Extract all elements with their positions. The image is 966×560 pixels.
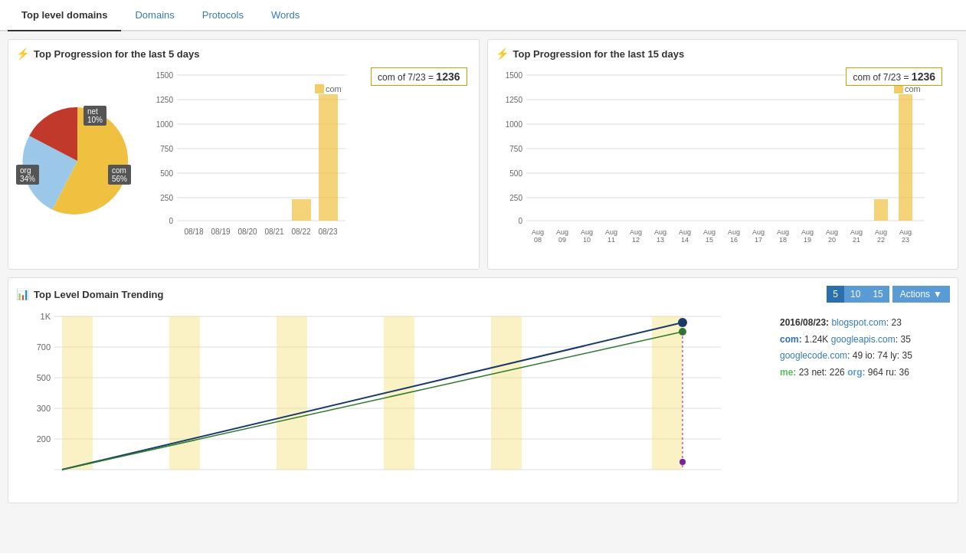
svg-text:1000: 1000	[505, 120, 522, 129]
svg-text:700: 700	[37, 342, 51, 352]
svg-text:500: 500	[509, 169, 522, 178]
tab-domains[interactable]: Domains	[121, 0, 188, 31]
svg-text:Aug: Aug	[702, 228, 715, 236]
bar-chart-5days: com of 7/23 = 1236 1500 1	[146, 67, 471, 254]
svg-text:08/18: 08/18	[184, 228, 203, 236]
svg-text:Aug: Aug	[653, 228, 666, 236]
legend-googlecode-val: 49	[853, 350, 863, 361]
svg-text:Aug: Aug	[776, 228, 788, 236]
svg-text:22: 22	[876, 236, 884, 244]
svg-text:Aug: Aug	[899, 228, 911, 236]
svg-text:09: 09	[558, 236, 565, 244]
legend-date: 2016/08/23:	[780, 317, 829, 328]
svg-text:16: 16	[729, 236, 737, 244]
svg-text:300: 300	[37, 404, 51, 413]
svg-line-113	[62, 332, 683, 470]
tooltip-value-15days: 1236	[912, 70, 935, 83]
svg-text:17: 17	[754, 236, 761, 244]
legend-blogspot-val: 23	[891, 317, 901, 328]
legend-io-val: 74	[877, 350, 887, 361]
svg-text:250: 250	[509, 194, 522, 202]
svg-text:250: 250	[160, 194, 173, 202]
svg-rect-26	[315, 84, 324, 93]
caret-down-icon: ▼	[933, 289, 942, 300]
svg-text:08: 08	[533, 236, 541, 244]
tab-protocols[interactable]: Protocols	[188, 0, 257, 31]
svg-text:1250: 1250	[156, 96, 174, 104]
legend-ly-label: ly:	[890, 350, 902, 361]
svg-text:1250: 1250	[505, 96, 522, 104]
svg-rect-104	[169, 316, 200, 470]
pie-label-org: org34%	[16, 165, 39, 185]
svg-text:15: 15	[705, 236, 712, 244]
svg-text:18: 18	[778, 236, 786, 244]
btn-10-days[interactable]: 10	[844, 286, 866, 303]
svg-text:14: 14	[680, 236, 688, 244]
trending-chart-area: 1K 700 500 300 200	[16, 309, 950, 495]
svg-rect-105	[277, 316, 307, 470]
svg-text:Aug: Aug	[874, 228, 886, 236]
svg-text:Aug: Aug	[580, 228, 592, 236]
tooltip-5days: com of 7/23 = 1236	[371, 67, 467, 86]
svg-text:0: 0	[518, 217, 522, 225]
svg-text:19: 19	[803, 236, 810, 244]
tooltip-label-15days: com of 7/23 =	[853, 72, 909, 83]
tooltip-value-5days: 1236	[436, 70, 460, 83]
btn-15-days[interactable]: 15	[866, 286, 889, 303]
svg-rect-19	[319, 94, 338, 221]
svg-text:Aug: Aug	[531, 228, 543, 236]
svg-text:08/20: 08/20	[237, 228, 257, 236]
top-panels-row: ⚡ Top Progression for the last 5 days	[8, 39, 958, 270]
svg-text:12: 12	[631, 236, 639, 244]
actions-button[interactable]: Actions ▼	[892, 286, 950, 303]
svg-text:0: 0	[169, 217, 173, 225]
legend-io-label: io:	[865, 350, 877, 361]
svg-text:20: 20	[827, 236, 835, 244]
bar-chart-15days: com of 7/23 = 1236 1500 1250 1000	[496, 67, 951, 261]
tab-top-level-domains[interactable]: Top level domains	[8, 0, 121, 31]
main-content: ⚡ Top Progression for the last 5 days	[0, 31, 966, 553]
svg-text:com: com	[326, 84, 342, 93]
panel-15-days-title: ⚡ Top Progression for the last 15 days	[496, 47, 951, 60]
svg-rect-103	[62, 316, 93, 470]
trending-legend: 2016/08/23: blogspot.com: 23 com: 1.24K …	[774, 309, 950, 495]
svg-text:08/19: 08/19	[211, 228, 230, 236]
legend-ru-val: 36	[899, 367, 909, 378]
legend-googleapis: googleapis.com	[831, 334, 896, 345]
svg-text:750: 750	[160, 145, 173, 153]
tab-words[interactable]: Words	[257, 0, 313, 31]
days-btn-group: 5 10 15	[827, 286, 889, 303]
svg-text:Aug: Aug	[825, 228, 837, 236]
svg-rect-56	[874, 199, 888, 221]
pie-label-com: com56%	[108, 165, 131, 185]
pie-label-net: net10%	[84, 106, 106, 126]
legend-org-label: org:	[847, 367, 868, 378]
svg-line-112	[62, 323, 683, 470]
svg-text:500: 500	[37, 373, 51, 382]
legend-me-label: me:	[780, 367, 796, 378]
legend-com-val: 1.24K	[804, 334, 828, 345]
svg-text:11: 11	[607, 236, 614, 244]
svg-text:1500: 1500	[156, 71, 174, 80]
svg-text:1500: 1500	[505, 71, 522, 80]
svg-text:Aug: Aug	[752, 228, 764, 236]
chart-area-left: net10% org34% com56% com of 7/23 = 1236	[16, 67, 471, 254]
svg-text:1000: 1000	[156, 120, 174, 129]
svg-text:Aug: Aug	[678, 228, 690, 236]
btn-5-days[interactable]: 5	[827, 286, 844, 303]
svg-text:Aug: Aug	[850, 228, 862, 236]
svg-text:08/21: 08/21	[264, 228, 283, 236]
legend-ly-val: 35	[902, 350, 912, 361]
svg-text:08/22: 08/22	[291, 228, 310, 236]
trending-controls: 5 10 15 Actions ▼	[827, 286, 950, 303]
svg-text:Aug: Aug	[801, 228, 813, 236]
trending-title: 📊 Top Level Domain Trending	[16, 288, 164, 300]
bar-chart-icon: 📊	[16, 288, 29, 300]
legend-net-val: 226	[830, 367, 845, 378]
legend-googlecode: googlecode.com	[780, 350, 847, 361]
tabs-bar: Top level domains Domains Protocols Word…	[0, 0, 966, 31]
tooltip-15days: com of 7/23 = 1236	[846, 67, 942, 86]
svg-text:Aug: Aug	[629, 228, 641, 236]
bolt-icon-right: ⚡	[496, 47, 509, 60]
svg-text:13: 13	[656, 236, 663, 244]
